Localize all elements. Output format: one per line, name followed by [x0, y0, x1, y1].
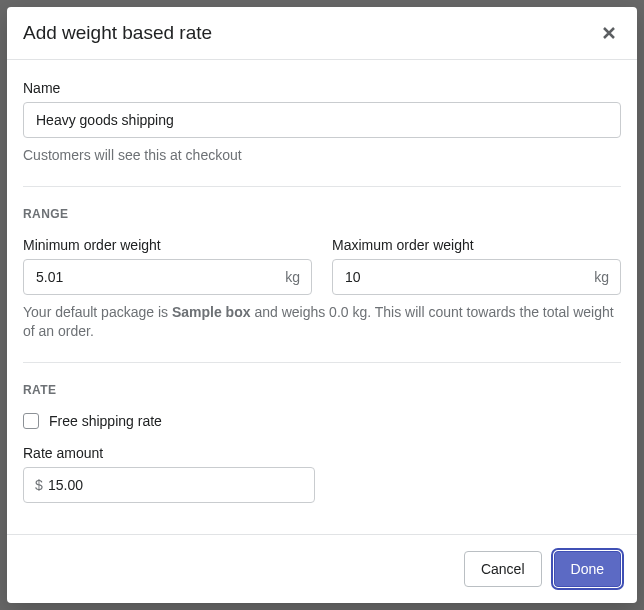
min-weight-group: Minimum order weight kg [23, 237, 312, 295]
close-icon [601, 25, 617, 41]
free-shipping-label: Free shipping rate [49, 413, 162, 429]
modal-header: Add weight based rate [7, 7, 637, 60]
name-label: Name [23, 80, 621, 96]
close-button[interactable] [597, 21, 621, 45]
modal-title: Add weight based rate [23, 22, 212, 44]
free-shipping-checkbox[interactable] [23, 413, 39, 429]
free-shipping-row: Free shipping rate [23, 413, 621, 429]
max-weight-label: Maximum order weight [332, 237, 621, 253]
name-input[interactable] [23, 102, 621, 138]
cancel-button[interactable]: Cancel [464, 551, 542, 587]
min-weight-input[interactable] [23, 259, 312, 295]
add-weight-rate-modal: Add weight based rate Name Customers wil… [7, 7, 637, 603]
package-text-prefix: Your default package is [23, 304, 172, 320]
rate-amount-label: Rate amount [23, 445, 315, 461]
range-section: RANGE Minimum order weight kg Maximum or… [23, 186, 621, 362]
name-help-text: Customers will see this at checkout [23, 146, 621, 166]
package-name: Sample box [172, 304, 251, 320]
modal-footer: Cancel Done [7, 534, 637, 603]
rate-amount-input[interactable] [23, 467, 315, 503]
max-weight-input[interactable] [332, 259, 621, 295]
rate-section: RATE Free shipping rate Rate amount $ [23, 362, 621, 523]
package-help-text: Your default package is Sample box and w… [23, 303, 621, 342]
rate-amount-group: Rate amount $ [23, 445, 315, 503]
modal-body: Name Customers will see this at checkout… [7, 60, 637, 534]
range-row: Minimum order weight kg Maximum order we… [23, 237, 621, 295]
done-button[interactable]: Done [554, 551, 621, 587]
max-weight-group: Maximum order weight kg [332, 237, 621, 295]
range-heading: RANGE [23, 207, 621, 221]
name-section: Name Customers will see this at checkout [23, 60, 621, 186]
min-weight-label: Minimum order weight [23, 237, 312, 253]
rate-heading: RATE [23, 383, 621, 397]
